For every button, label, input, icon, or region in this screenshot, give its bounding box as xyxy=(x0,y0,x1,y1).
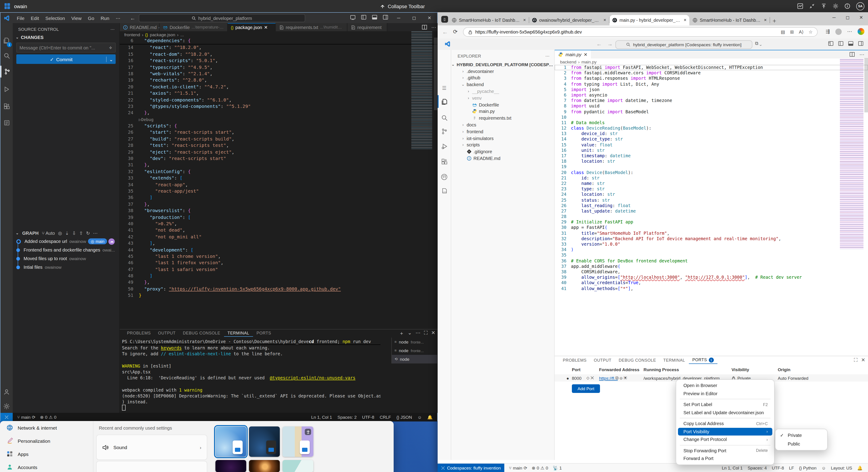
panel-tab-debug-console[interactable]: DEBUG CONSOLE xyxy=(179,330,224,337)
menu-item-forward-a-port[interactable]: Forward a Port xyxy=(678,454,772,463)
search-icon[interactable] xyxy=(438,111,451,124)
settings-nav-personalization[interactable]: Personalization xyxy=(0,434,91,447)
back-arrow-icon[interactable]: ← xyxy=(596,41,602,47)
extensions-icon[interactable] xyxy=(0,101,13,112)
tab-requirements-txt[interactable]: requirements.txt...\humidity-sensor xyxy=(276,23,347,31)
remote-window-icon[interactable] xyxy=(350,14,355,20)
pull-icon[interactable]: ⇩ xyxy=(72,231,76,236)
breadcrumb[interactable]: backend› main.py xyxy=(555,59,868,65)
toggle-secondary-sidebar-icon[interactable] xyxy=(383,14,388,20)
cursor-position[interactable]: Ln 1, Col 1 xyxy=(311,415,332,420)
upload-icon[interactable] xyxy=(821,3,827,9)
close-button[interactable]: ✕ xyxy=(855,12,868,23)
search-icon[interactable] xyxy=(0,50,13,62)
indentation[interactable]: Spaces: 4 xyxy=(748,465,767,470)
keyboard-layout[interactable]: Layout: US xyxy=(831,465,852,470)
minimap[interactable] xyxy=(840,59,864,249)
tree-item-requirements-txt[interactable]: requirements.txt xyxy=(451,115,554,122)
more-actions-icon[interactable]: ⋯ xyxy=(431,24,436,30)
project-root-row[interactable]: ⌄ HYBRID_DEVELOPER_PLATFORM [CODESPACES:… xyxy=(451,61,554,68)
tree-item-frontend[interactable]: ›frontend xyxy=(451,128,554,135)
panel-tab-output[interactable]: OUTPUT xyxy=(154,330,179,337)
browser-tab-4[interactable]: SmartHomeHub - IoT Dashboard✕ xyxy=(690,15,770,25)
terminal-output[interactable]: PS C:\Users\SystemAdministrator\OneDrive… xyxy=(122,339,380,411)
tab-requirement[interactable]: requirement xyxy=(347,23,387,31)
panel-tab-terminal[interactable]: TERMINAL xyxy=(224,330,253,337)
eol[interactable]: CRLF xyxy=(380,415,391,420)
settings-gear-icon[interactable] xyxy=(0,400,13,412)
theme-thumbnail-contrast[interactable] xyxy=(282,427,313,457)
remote-indicator[interactable]: ⤫ xyxy=(0,413,13,422)
settings-nav-apps[interactable]: Apps xyxy=(0,447,91,461)
codelens-debug[interactable]: ▷Debug xyxy=(120,116,438,123)
close-tab-icon[interactable]: ✕ xyxy=(603,18,606,22)
run-debug-icon[interactable] xyxy=(438,140,451,153)
minimap[interactable] xyxy=(411,31,432,149)
panel-tab-terminal[interactable]: TERMINAL xyxy=(660,356,689,364)
menu-item-preview-in-editor[interactable]: Preview in Editor xyxy=(678,390,772,398)
panel-tab-ports[interactable]: PORTS1 xyxy=(689,356,717,364)
resize-icon[interactable] xyxy=(809,3,815,9)
settings-nav-network[interactable]: Network & internet xyxy=(0,421,91,434)
commit-button[interactable]: ✓ Commit ⌄ xyxy=(16,55,116,64)
log-icon[interactable] xyxy=(0,117,13,129)
close-panel-icon[interactable]: ✕ xyxy=(431,330,435,337)
theme-thumbnail-teal[interactable] xyxy=(282,460,313,472)
chevron-down-icon[interactable]: ⌄ xyxy=(408,330,412,337)
back-arrow-icon[interactable]: ← xyxy=(442,29,448,35)
theme-thumbnail-purple[interactable] xyxy=(215,460,246,472)
encoding[interactable]: UTF-8 xyxy=(772,465,784,470)
sound-row[interactable]: Sound › xyxy=(97,441,207,453)
close-tab-icon[interactable]: ✕ xyxy=(684,18,687,22)
commit-row[interactable]: Moved files up to rootowainow xyxy=(13,254,120,263)
panel-tab-problems[interactable]: PROBLEMS xyxy=(559,356,590,364)
commit-row[interactable]: Added codespace urlowainow◎ main☁ xyxy=(13,237,120,246)
changes-section-header[interactable]: ⌄ CHANGES xyxy=(13,34,119,41)
language-mode[interactable]: {} Python xyxy=(799,465,816,470)
back-arrow-icon[interactable]: ← xyxy=(130,15,135,21)
commit-dropdown[interactable]: ⌄ xyxy=(106,57,116,62)
tree-item-dockerfile[interactable]: Dockerfile xyxy=(451,102,554,108)
minimize-button[interactable]: ─ xyxy=(391,13,406,23)
tree-item-docs[interactable]: ›docs xyxy=(451,122,554,128)
profile-avatar[interactable] xyxy=(835,28,842,35)
branch-badge[interactable]: ◎ main xyxy=(88,238,107,244)
terminal-list-item[interactable]: ⌗nodefronte... xyxy=(392,346,437,355)
terminal-list-item[interactable]: ⟲node xyxy=(392,355,437,364)
cursor-position[interactable]: Ln 1, Col 1 xyxy=(722,465,743,470)
target-icon[interactable]: ◎ xyxy=(58,231,62,236)
address-action-icons[interactable]: ⧉ ⊕ ▣ xyxy=(615,374,627,381)
tab-readme-md[interactable]: README.md● xyxy=(120,23,160,31)
tab-main-py[interactable]: main.py ✕ xyxy=(555,50,591,59)
port-label-icon[interactable]: ⬦ ✕ xyxy=(586,374,594,381)
codespaces-remote-indicator[interactable]: ⤫ Codespaces: fluffy invention xyxy=(438,464,504,472)
more-actions-icon[interactable]: ⋯ xyxy=(859,52,864,57)
tree-item-__pycache__[interactable]: ›__pycache__ xyxy=(451,88,554,95)
sparkle-icon[interactable]: ✧ xyxy=(108,45,113,50)
menu-item-open-in-browser[interactable]: Open in Browser xyxy=(678,381,772,390)
more-actions-icon[interactable]: ⋯ xyxy=(545,54,550,59)
customize-layout-icon[interactable] xyxy=(828,41,834,46)
explorer-icon[interactable] xyxy=(438,95,451,108)
tree-item-scripts[interactable]: ›scripts xyxy=(451,142,554,148)
gear-icon[interactable] xyxy=(833,3,839,9)
editor-scrollbar[interactable] xyxy=(864,58,868,112)
menu-⋯[interactable]: ⋯ xyxy=(113,15,124,21)
terminal-list-item[interactable]: ⌗nodefronte... xyxy=(392,338,437,346)
forward-arrow-icon[interactable]: → xyxy=(607,41,613,47)
menu-view[interactable]: View xyxy=(68,15,85,21)
performance-icon[interactable] xyxy=(797,3,803,9)
browser-tab-3[interactable]: main.py - hybrid_developer_platfo✕ xyxy=(610,15,689,25)
toggle-secondary-sidebar-icon[interactable] xyxy=(858,41,864,46)
more-actions-icon[interactable]: ⋯ xyxy=(93,231,97,236)
read-aloud-icon[interactable]: A⟩ xyxy=(799,29,804,34)
theme-thumbnail-candle[interactable] xyxy=(249,460,280,472)
menu-edit[interactable]: Edit xyxy=(28,15,42,21)
feedback-icon[interactable]: ☺ xyxy=(417,415,422,420)
menu-run[interactable]: Run xyxy=(97,15,113,21)
feedback-icon[interactable]: ☺ xyxy=(822,465,826,470)
panel-tab-ports[interactable]: PORTS xyxy=(253,330,275,337)
command-center-search[interactable]: hybrid_developer_platform xyxy=(139,14,305,22)
collapse-toolbar-button[interactable]: Collapse Toolbar xyxy=(380,3,425,9)
explorer-icon[interactable]: 1 xyxy=(0,34,13,46)
